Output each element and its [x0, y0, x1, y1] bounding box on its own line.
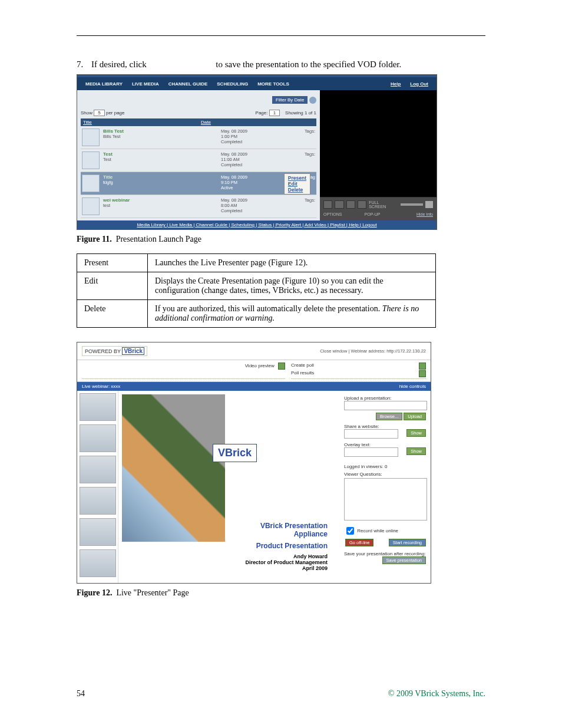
step-num: 7.: [77, 60, 91, 70]
step-text: If desired, click to save the presentati…: [91, 60, 485, 70]
context-menu: Present Edit Delete: [284, 173, 310, 195]
slide-thumbnails[interactable]: [77, 391, 118, 583]
video-player[interactable]: FULL SCREEN OPTIONS POP-UP Hide Info: [320, 90, 437, 220]
logout-link[interactable]: Log Out: [405, 79, 433, 89]
video-preview-link[interactable]: Video preview: [245, 363, 275, 368]
thumbnail[interactable]: [80, 456, 116, 483]
volume-slider[interactable]: [401, 203, 423, 206]
stop-icon[interactable]: [335, 200, 343, 209]
slide-title-text: VBrick VBrick Presentation Appliance Pro…: [245, 522, 328, 571]
full-screen-label[interactable]: FULL SCREEN: [369, 200, 396, 209]
thumbnail[interactable]: [80, 424, 116, 452]
upload-button[interactable]: Upload: [404, 413, 426, 420]
webinar-address[interactable]: Close window | Webinar address: http://1…: [320, 348, 426, 354]
cell-present-key: Present: [77, 254, 148, 272]
record-while-online-checkbox[interactable]: [346, 527, 354, 535]
top-rule: [77, 35, 485, 36]
plus-icon[interactable]: [419, 363, 426, 370]
step-7: 7. If desired, click to save the present…: [77, 60, 485, 70]
save-presentation-button[interactable]: Save presentation: [382, 556, 426, 564]
th-title[interactable]: Title: [83, 120, 201, 125]
menu-delete[interactable]: Delete: [288, 187, 306, 193]
presentation-icon: [82, 174, 100, 192]
options-label[interactable]: OPTIONS: [323, 212, 342, 216]
tab-media-library[interactable]: MEDIA LIBRARY: [81, 79, 127, 89]
ss1-menu: MEDIA LIBRARY LIVE MEDIA CHANNEL GUIDE S…: [77, 77, 437, 90]
create-poll-link[interactable]: Create poll: [291, 363, 314, 368]
page-select[interactable]: 1: [269, 110, 280, 116]
ff-icon[interactable]: [358, 200, 366, 209]
go-offline-button[interactable]: Go off-line: [345, 539, 373, 546]
tab-scheduling[interactable]: SCHEDULING: [212, 79, 253, 89]
live-webinar-title: Live webinar: xxxx: [82, 384, 120, 389]
expand-icon[interactable]: [278, 363, 285, 370]
thumbnail[interactable]: [80, 518, 116, 546]
hide-controls-link[interactable]: hide controls: [399, 384, 426, 389]
table-row[interactable]: Bills TestBills Test May. 08 20091:00 PM…: [81, 126, 316, 149]
page-footer: 54 © 2009 VBrick Systems, Inc.: [77, 689, 485, 699]
table-row[interactable]: TestTest May. 08 200911:00 AMCompleted T…: [81, 149, 316, 172]
slide-collage-image: [122, 394, 225, 542]
tab-live-media[interactable]: LIVE MEDIA: [127, 79, 164, 89]
menu-edit[interactable]: Edit: [288, 181, 306, 187]
figure-12-caption: Figure 12. Live "Presenter" Page: [77, 588, 485, 598]
logged-in-viewers: Logged in viewers: 0: [344, 464, 426, 469]
thumbnail[interactable]: [80, 549, 116, 577]
upload-label: Upload a presentation:: [344, 396, 426, 401]
questions-box[interactable]: [344, 478, 427, 521]
table-row-selected[interactable]: Titlefdgfg May. 08 20099:10 PMActive Tag…: [81, 172, 316, 195]
rew-icon[interactable]: [346, 200, 355, 209]
filter-by-date-button[interactable]: Filter By Date: [272, 96, 308, 104]
cell-delete-val: If you are authorized, this will automat…: [148, 300, 436, 328]
browse-button[interactable]: Browse...: [376, 413, 402, 420]
presentation-icon: [82, 197, 100, 215]
plus-icon[interactable]: [419, 370, 426, 377]
play-icon[interactable]: [323, 200, 332, 209]
help-link[interactable]: Help: [386, 79, 405, 89]
ss1-footer-links[interactable]: Media Library | Live Media | Channel Gui…: [77, 220, 437, 229]
th-date[interactable]: Date: [201, 120, 314, 125]
table-row[interactable]: wei webinartest May. 08 20098:00 AMCompl…: [81, 195, 316, 218]
figure-11-caption: Figure 11. Presentation Launch Page: [77, 235, 485, 244]
cell-present-val: Launches the Live Presenter page (Figure…: [148, 254, 436, 272]
viewer-questions-label: Viewer Questions:: [344, 472, 426, 477]
overlay-field[interactable]: [344, 447, 398, 457]
vbrick-logo: VBrick: [122, 347, 144, 355]
thumbnail[interactable]: [80, 393, 116, 421]
slide-stage: VBrick VBrick Presentation Appliance Pro…: [118, 391, 339, 583]
presentation-icon: [82, 151, 100, 169]
table-row: Present Launches the Live Presenter page…: [77, 254, 436, 272]
upload-field[interactable]: [344, 401, 427, 410]
pager: Page: 1 Showing 1 of 1: [256, 110, 316, 116]
overlay-label: Overlay text:: [344, 442, 426, 447]
record-while-label: Record while online: [357, 528, 398, 533]
show-website-button[interactable]: Show: [406, 429, 426, 437]
options-table: Present Launches the Live Presenter page…: [77, 253, 436, 328]
cell-delete-key: Delete: [77, 300, 148, 328]
tab-channel-guide[interactable]: CHANNEL GUIDE: [164, 79, 213, 89]
menu-present[interactable]: Present: [288, 175, 306, 181]
cell-edit-val: Displays the Create Presentation page (F…: [148, 272, 436, 300]
tags-label: Tags:: [305, 129, 315, 134]
poll-results-link[interactable]: Poll results: [291, 370, 314, 375]
hide-info-link[interactable]: Hide Info: [416, 212, 433, 216]
start-recording-button[interactable]: Start recording: [389, 539, 426, 546]
cell-edit-key: Edit: [77, 272, 148, 300]
expand-icon[interactable]: [309, 97, 316, 104]
presentation-icon: [82, 129, 100, 146]
table-row: Edit Displays the Create Presentation pa…: [77, 272, 436, 300]
save-after-label: Save your presentation after recording:: [344, 551, 426, 556]
speaker-icon[interactable]: [425, 201, 433, 208]
table-row: Delete If you are authorized, this will …: [77, 300, 436, 328]
step-text-after: to save the presentation to the specifie…: [216, 60, 401, 69]
row-title: Bills Test: [103, 129, 221, 134]
popup-label[interactable]: POP-UP: [365, 212, 381, 216]
page-number: 54: [77, 689, 85, 699]
show-overlay-button[interactable]: Show: [406, 447, 426, 455]
tab-more-tools[interactable]: MORE TOOLS: [253, 79, 294, 89]
show-select[interactable]: 5: [94, 110, 104, 116]
share-field[interactable]: [344, 429, 398, 439]
powered-by: POWERED BY VBrick: [82, 346, 147, 356]
thumbnail[interactable]: [80, 487, 116, 515]
video-controls: FULL SCREEN OPTIONS POP-UP Hide Info: [320, 197, 437, 220]
